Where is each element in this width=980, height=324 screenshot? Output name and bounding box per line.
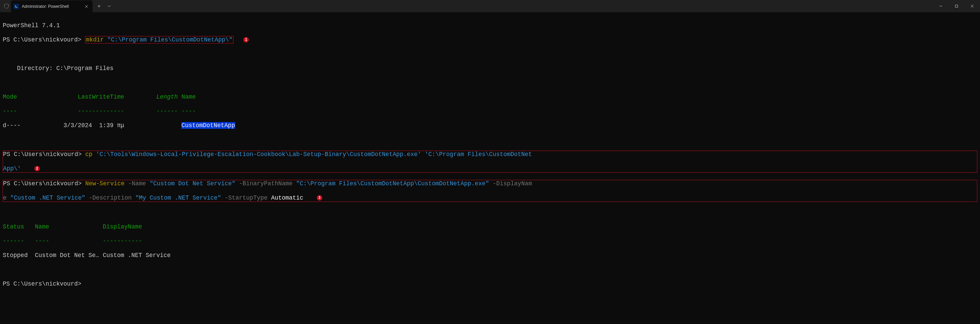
close-button[interactable] (964, 0, 980, 12)
uac-shield-icon (3, 3, 10, 9)
service-table-row: Stopped Custom Dot Net Se… Custom .NET S… (3, 252, 977, 259)
powershell-icon (14, 4, 19, 9)
dir-table-header: Mode LastWriteTime Length Name (3, 94, 977, 101)
minimize-button[interactable] (933, 0, 949, 12)
annotation-2: 2 (34, 166, 40, 172)
cmd-line-1: PS C:\Users\nickvourd> mkdir "C:\Program… (3, 37, 977, 43)
window-controls (933, 0, 980, 12)
new-tab-button[interactable] (94, 1, 104, 11)
terminal-content[interactable]: PowerShell 7.4.1 PS C:\Users\nickvourd> … (0, 12, 980, 297)
dir-table-divider: ---- ------------- ------ ---- (3, 108, 977, 115)
tab-powershell[interactable]: Administrator: PowerShell (11, 0, 92, 13)
prompt-ready: PS C:\Users\nickvourd> (3, 281, 977, 287)
created-dir-name: CustomDotNetApp (181, 122, 235, 129)
service-table-divider: ------ ---- ----------- (3, 238, 977, 245)
svg-rect-1 (956, 5, 958, 8)
cmd-line-3-box: PS C:\Users\nickvourd> New-Service -Name… (3, 180, 977, 202)
cmd-line-2-box: PS C:\Users\nickvourd> cp 'C:\Tools\Wind… (3, 151, 977, 173)
ps-version: PowerShell 7.4.1 (3, 22, 977, 29)
svg-rect-0 (14, 5, 18, 8)
maximize-button[interactable] (949, 0, 964, 12)
tab-close-button[interactable] (84, 4, 89, 9)
annotation-1: 1 (243, 37, 249, 43)
directory-heading: Directory: C:\Program Files (3, 65, 977, 72)
annotation-3: 3 (317, 195, 322, 200)
tab-title: Administrator: PowerShell (22, 4, 81, 9)
service-table-header: Status Name DisplayName (3, 223, 977, 230)
tab-dropdown-button[interactable] (104, 1, 115, 11)
dir-table-row: d---- 3/3/2024 1:39 πμ CustomDotNetApp (3, 122, 977, 129)
titlebar: Administrator: PowerShell (0, 0, 980, 12)
